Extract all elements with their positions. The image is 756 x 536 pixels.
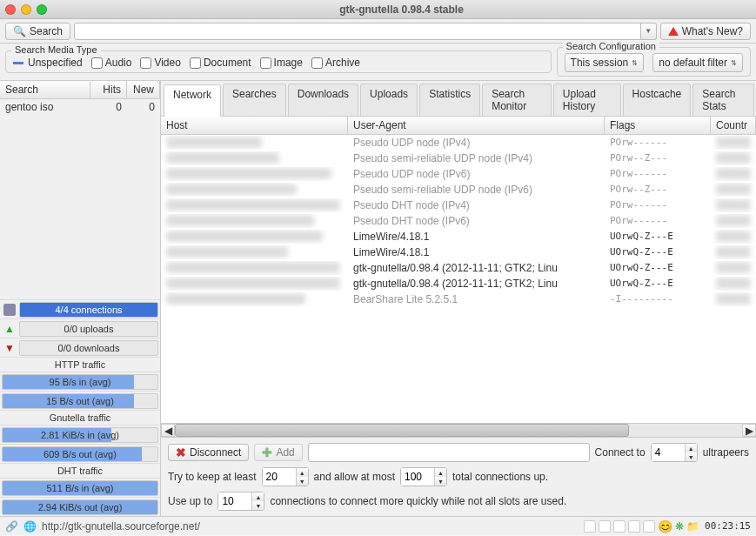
ua-cell: Pseudo semi-reliable UDP node (IPv6) [348,183,605,197]
add-host-input[interactable] [308,443,590,462]
video-checkbox[interactable]: Video [140,57,180,69]
scroll-left-button[interactable]: ◀ [161,424,175,437]
spin-up-icon[interactable]: ▲ [686,444,697,452]
scroll-thumb[interactable] [175,424,629,437]
flags-cell: POrw------ [605,136,711,150]
tab-searches[interactable]: Searches [223,84,286,116]
col-search[interactable]: Search [0,81,90,98]
ua-cell: Pseudo DHT node (IPv4) [348,198,605,212]
close-window-button[interactable] [5,4,16,15]
filter-combo[interactable]: no default filter⇅ [652,53,743,72]
col-flags[interactable]: Flags [605,117,711,134]
h-scrollbar[interactable]: ◀ ▶ [161,423,756,437]
col-new[interactable]: New [127,81,160,98]
search-row-name: gentoo iso [5,101,85,113]
window-title: gtk-gnutella 0.98.4 stable [52,3,751,16]
network-row[interactable]: xxxxPseudo semi-reliable UDP node (IPv4)… [161,151,756,166]
ua-cell: Pseudo semi-reliable UDP node (IPv4) [348,151,605,165]
network-row[interactable]: xxxxLimeWire/4.18.1UOrwQ-Z---Exx [161,229,756,245]
flags-cell: POrw------ [605,167,711,181]
disconnect-button[interactable]: ✖Disconnect [168,444,249,461]
search-input[interactable] [74,23,641,40]
tab-hostcache[interactable]: Hostcache [623,84,692,116]
connections-bar[interactable]: 4/4 connections [19,302,158,318]
zoom-window-button[interactable] [37,4,47,15]
tab-uploads[interactable]: Uploads [360,84,418,116]
tab-network[interactable]: Network [164,84,221,117]
network-row[interactable]: xxxxPseudo DHT node (IPv4)POrw------xx [161,198,756,213]
audio-checkbox[interactable]: Audio [91,57,132,69]
flags-cell: UOrwQ-Z---E [605,277,711,291]
quick-conn-spinner[interactable]: ▲▼ [217,492,264,511]
col-host[interactable]: Host [161,117,348,134]
unspecified-checkbox[interactable]: Unspecified [13,57,83,69]
media-type-group: Search Media Type Unspecified Audio Vide… [5,50,552,73]
search-row-hits: 0 [85,101,122,113]
tab-statistics[interactable]: Statistics [419,84,480,116]
search-box: ▼ [74,23,657,40]
image-checkbox[interactable]: Image [260,57,303,69]
keep-least-label: Try to keep at least [168,471,257,483]
tab-search-monitor[interactable]: Search Monitor [482,84,552,116]
status-icon[interactable] [584,520,596,533]
search-button[interactable]: 🔍 Search [5,23,70,40]
status-icon[interactable] [599,520,611,533]
network-row[interactable]: xxxxBearShare Lite 5.2.5.1-I---------xx [161,291,756,307]
http-in-bar[interactable]: 95 B/s in (avg) [2,374,158,390]
flags-cell: UOrwQ-Z---E [605,245,711,259]
add-button[interactable]: ✚Add [254,444,302,461]
tab-search-stats[interactable]: Search Stats [692,84,754,116]
connections-stat: 4/4 connections [0,299,160,318]
gnutella-in-bar[interactable]: 2.81 KiB/s in (avg) [2,427,158,443]
chevron-updown-icon: ⇅ [632,59,638,67]
network-row[interactable]: xxxxgtk-gnutella/0.98.4 (2012-11-11; GTK… [161,276,756,291]
network-row[interactable]: xxxxPseudo UDP node (IPv4)POrw------xx [161,135,756,151]
dht-in-bar[interactable]: 511 B/s in (avg) [2,480,158,496]
titlebar: gtk-gnutella 0.98.4 stable [0,0,756,19]
ua-cell: Pseudo UDP node (IPv4) [348,136,605,150]
x-icon: ✖ [176,446,186,459]
search-row[interactable]: gentoo iso 0 0 [0,99,160,115]
search-icon: 🔍 [13,25,26,37]
downloads-bar[interactable]: 0/0 downloads [19,340,158,356]
network-row[interactable]: xxxxPseudo semi-reliable UDP node (IPv6)… [161,182,756,198]
col-user-agent[interactable]: User-Agent [348,117,605,134]
search-row-new: 0 [122,101,155,113]
connect-count-spinner[interactable]: ▲▼ [651,443,698,462]
search-dropdown[interactable]: ▼ [641,23,657,40]
dht-out-bar[interactable]: 2.94 KiB/s out (avg) [2,499,158,515]
network-row[interactable]: xxxxLimeWire/4.18.1UOrwQ-Z---Exx [161,245,756,260]
search-config-group: Search Configuration This session⇅ no de… [557,47,751,77]
uploads-bar[interactable]: 0/0 uploads [19,321,158,337]
status-icon[interactable] [628,520,640,533]
status-icon[interactable] [613,520,626,533]
http-out-bar[interactable]: 15 B/s out (avg) [2,393,158,409]
uptime-clock: 00:23:15 [705,520,751,532]
tab-downloads[interactable]: Downloads [288,84,358,116]
network-row[interactable]: xxxxgtk-gnutella/0.98.4 (2012-11-11; GTK… [161,260,756,276]
folder-icon[interactable]: 📁 [686,520,699,533]
minimize-window-button[interactable] [21,4,31,15]
max-conn-spinner[interactable]: ▲▼ [400,467,447,486]
document-checkbox[interactable]: Document [190,57,251,69]
tab-upload-history[interactable]: Upload History [553,84,621,116]
connect-to-label: Connect to [595,446,646,459]
col-hits[interactable]: Hits [90,81,127,98]
network-row[interactable]: xxxxPseudo DHT node (IPv6)POrw------xx [161,213,756,229]
network-table-body[interactable]: xxxxPseudo UDP node (IPv4)POrw------xxxx… [161,135,756,423]
network-row[interactable]: xxxxPseudo UDP node (IPv6)POrw------xx [161,166,756,182]
scroll-track[interactable] [175,424,742,437]
flags-cell: UOrwQ-Z---E [605,230,711,244]
network-header: Host User-Agent Flags Countr [161,117,756,135]
archive-checkbox[interactable]: Archive [311,57,360,69]
gnutella-out-bar[interactable]: 609 B/s out (avg) [2,446,158,462]
status-icons: 😊 ❋ 📁 [584,519,699,533]
spin-down-icon[interactable]: ▼ [686,452,697,461]
whats-new-button[interactable]: What's New? [660,23,751,40]
scroll-right-button[interactable]: ▶ [742,424,756,437]
search-toolbar: 🔍 Search ▼ What's New? [0,19,756,44]
min-conn-spinner[interactable]: ▲▼ [262,467,309,486]
col-country[interactable]: Countr [711,117,756,134]
status-icon[interactable] [643,520,655,533]
session-combo[interactable]: This session⇅ [565,53,645,72]
